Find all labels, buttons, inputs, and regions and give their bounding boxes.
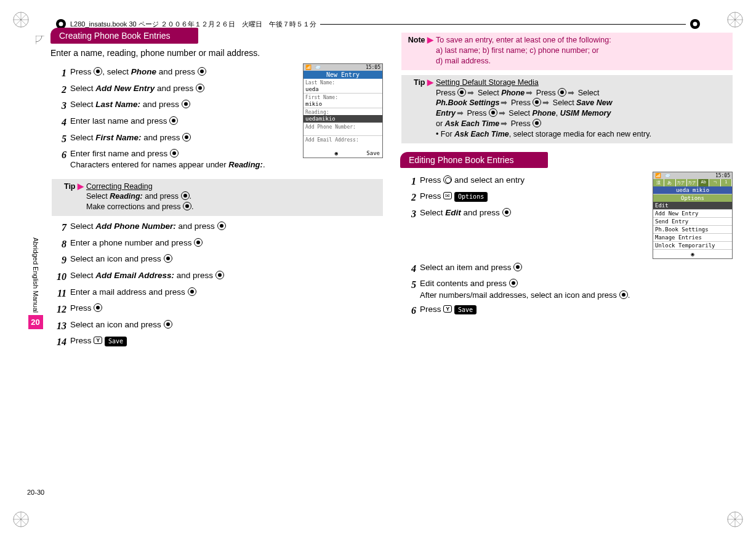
chapter-number: 20 bbox=[28, 315, 43, 329]
center-key-icon bbox=[533, 119, 541, 127]
page-number: 20-30 bbox=[27, 489, 44, 496]
save-softkey-label: Save bbox=[105, 337, 127, 346]
step-edit-6: 6 Press Save bbox=[404, 304, 733, 317]
step-6: 6 Enter first name and press Characters … bbox=[54, 148, 297, 170]
phone-screenshot-new-entry: 📶 📨15:05 New Entry Last Name: ueda First… bbox=[303, 63, 383, 158]
svg-point-24 bbox=[36, 36, 42, 42]
step-13: 13 Select an icon and press bbox=[54, 319, 383, 333]
center-key-icon bbox=[509, 279, 518, 287]
step-edit-4: 4 Select an item and press bbox=[404, 262, 733, 276]
svg-point-23 bbox=[693, 22, 698, 26]
center-key-icon bbox=[182, 100, 190, 108]
step-11: 11 Enter a mail address and press bbox=[54, 287, 383, 300]
step-1: 1 Press , select Phone and press bbox=[54, 66, 297, 80]
softkey-left-icon bbox=[443, 192, 452, 199]
center-key-icon bbox=[215, 271, 224, 279]
corner-ornament-icon bbox=[12, 11, 30, 28]
center-key-icon bbox=[198, 67, 206, 76]
side-tab: Abridged English Manual 20 bbox=[25, 53, 46, 486]
center-key-icon bbox=[170, 149, 179, 158]
center-key-icon bbox=[513, 263, 522, 271]
section-title-editing: Editing Phone Book Entries bbox=[400, 152, 548, 168]
center-key-icon bbox=[502, 208, 511, 217]
step-8: 8 Enter a phone number and press bbox=[54, 238, 383, 251]
center-key-icon bbox=[457, 88, 466, 97]
corner-ornament-icon bbox=[12, 511, 30, 528]
center-key-icon bbox=[182, 133, 191, 142]
step-edit-3: 3 Select Edit and press bbox=[404, 207, 646, 221]
center-key-icon bbox=[94, 303, 102, 312]
center-key-icon bbox=[164, 320, 172, 329]
step-edit-1: 1 Press and select an entry bbox=[404, 175, 646, 188]
intro-text: Enter a name, reading, phone number or m… bbox=[50, 47, 383, 58]
svg-point-21 bbox=[59, 22, 63, 26]
step-14: 14 Press Save bbox=[54, 335, 383, 349]
right-column: Note ▶ To save an entry, enter at least … bbox=[400, 28, 733, 514]
step-edit-5: 5 Edit contents and press After numbers/… bbox=[404, 278, 733, 300]
center-key-icon bbox=[558, 88, 566, 97]
tip-default-storage: Tip ▶ Setting Default Storage Media Pres… bbox=[401, 75, 733, 143]
center-key-icon bbox=[489, 108, 497, 117]
options-softkey-label: Options bbox=[454, 192, 488, 202]
center-key-icon bbox=[181, 191, 190, 200]
center-key-icon bbox=[619, 290, 628, 299]
softkey-right-icon bbox=[443, 305, 452, 313]
tip-correcting-reading: Tip ▶ Correcting Reading Select Reading:… bbox=[52, 179, 383, 217]
triangle-right-icon: ▶ bbox=[78, 182, 84, 191]
step-5: 5 Select First Name: and press bbox=[54, 132, 297, 146]
nav-key-icon bbox=[443, 175, 452, 184]
phone-screenshot-options: 📶 📨15:05 漢 あ カナ カナ Ab ㄱ 1 ueda mikio Opt… bbox=[653, 172, 733, 259]
center-key-icon bbox=[183, 202, 191, 210]
center-key-icon bbox=[169, 116, 178, 125]
center-key-icon bbox=[194, 238, 203, 247]
step-9: 9 Select an icon and press bbox=[54, 254, 383, 267]
step-12: 12 Press bbox=[54, 303, 383, 316]
left-column: Creating Phone Book Entries Enter a name… bbox=[50, 28, 383, 514]
step-4: 4 Enter last name and press bbox=[54, 116, 297, 129]
step-10: 10 Select Add Email Address: and press bbox=[54, 270, 383, 284]
softkey-right-icon bbox=[94, 337, 102, 344]
step-edit-2: 2 Press Options bbox=[404, 191, 646, 204]
triangle-right-icon: ▶ bbox=[427, 78, 433, 87]
center-key-icon bbox=[196, 84, 204, 92]
step-7: 7 Select Add Phone Number: and press bbox=[54, 221, 383, 234]
center-key-icon bbox=[188, 287, 196, 296]
center-key-icon bbox=[94, 67, 102, 76]
center-key-icon bbox=[533, 98, 541, 106]
corner-ornament-icon bbox=[726, 11, 744, 28]
save-softkey-label: Save bbox=[454, 305, 477, 315]
step-3: 3 Select Last Name: and press bbox=[54, 99, 297, 113]
step-2: 2 Select Add New Entry and press bbox=[54, 83, 297, 97]
center-key-icon bbox=[164, 254, 172, 263]
section-title-creating: Creating Phone Book Entries bbox=[50, 28, 198, 44]
step-number: 1 bbox=[54, 66, 66, 80]
triangle-right-icon: ▶ bbox=[427, 36, 433, 44]
note-save-requirements: Note ▶ To save an entry, enter at least … bbox=[401, 33, 733, 70]
center-key-icon bbox=[217, 222, 226, 230]
side-label: Abridged English Manual bbox=[32, 238, 39, 313]
